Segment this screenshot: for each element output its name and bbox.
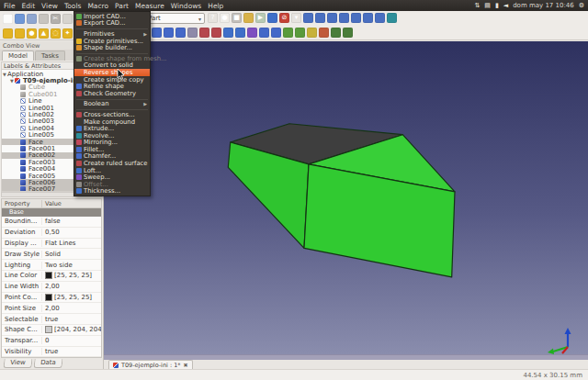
menubar-item-measure[interactable]: Measure [135, 2, 164, 10]
property-row-draw-style[interactable]: Draw Style Solid [2, 249, 101, 260]
part-menu-item [74, 97, 150, 101]
property-row-transpar[interactable]: Transpar... 0 [2, 336, 101, 347]
property-row-boundin[interactable]: Boundin... false [2, 217, 101, 228]
workbench-selector[interactable]: Part ▾ [144, 13, 205, 24]
menubar-item-file[interactable]: File [4, 2, 16, 10]
toolbar-boolean-section-icon[interactable] [199, 28, 209, 38]
property-row-display[interactable]: Display ... Flat Lines [2, 239, 101, 250]
close-icon[interactable]: ✖ [184, 362, 188, 368]
part-menu-item-boolean[interactable]: Boolean ▶ [74, 101, 150, 108]
panel-clock[interactable]: dom may 17 10:46 [513, 2, 574, 9]
property-column-header: Property [2, 200, 42, 207]
toolbar-measure-refresh-icon[interactable] [307, 28, 317, 38]
toolbar-cross-sections-icon[interactable] [211, 28, 221, 38]
3d-viewport[interactable] [104, 41, 588, 354]
part-menu-item [74, 27, 150, 30]
property-row-selectable[interactable]: Selectable true [2, 314, 101, 325]
toolbar-right-view-icon[interactable] [339, 13, 349, 23]
toolbar-boolean-cut-icon[interactable] [164, 28, 174, 38]
toolbar-measure-linear-toolbar-icon[interactable] [283, 28, 293, 38]
part-menu-item-check-geometry[interactable]: Check Geometry [74, 90, 150, 97]
toolbar-rear-view-icon[interactable] [351, 13, 361, 23]
toolbar-new-document-icon[interactable] [3, 14, 13, 24]
property-view-tabs: ViewData [0, 358, 103, 369]
menu-item-icon [76, 188, 82, 194]
menubar-item-windows[interactable]: Windows [171, 2, 201, 10]
property-row-point-co[interactable]: Point Co... [25, 25, 25] [2, 293, 101, 304]
toolbar-bottom-view-icon[interactable] [363, 13, 373, 23]
toolbar-chamfer-icon[interactable] [271, 28, 281, 38]
toolbar-open-document-icon[interactable] [15, 14, 25, 24]
toolbar-boolean-intersection-icon[interactable] [187, 28, 198, 38]
toolbar-stop-macro-icon[interactable]: ■ [232, 13, 242, 23]
indicator-battery-icon[interactable]: ▮ [495, 3, 499, 9]
toolbar-top-view-icon[interactable] [327, 13, 337, 23]
toolbar-torus-primitive-icon[interactable]: ◌ [51, 28, 61, 39]
toolbar-measure-angular-icon[interactable] [295, 28, 305, 38]
menubar-item-edit[interactable]: Edit [22, 2, 36, 10]
menubar-item-help[interactable]: Help [208, 2, 223, 10]
toolbar-revolve-icon[interactable] [235, 28, 245, 38]
toolbar-measure-linear-icon[interactable] [387, 13, 397, 23]
submenu-arrow-icon: ▶ [143, 31, 147, 37]
toolbar-draw-style-arrow-icon[interactable]: ▾ [291, 13, 301, 23]
toolbar-save-document-icon[interactable] [27, 14, 37, 24]
indicator-keyboard-layout-icon[interactable]: ▤ [484, 3, 491, 9]
property-row-point-size[interactable]: Point Size 2,00 [2, 303, 101, 314]
property-editor: Property Value Base Boundin... false [1, 198, 102, 358]
toolbar-record-macro-icon[interactable]: ● [220, 13, 230, 23]
property-row-lighting[interactable]: Lighting Two side [2, 260, 101, 271]
part-menu-item-export-cad[interactable]: Export CAD... [74, 20, 150, 28]
property-row-shape-c[interactable]: Shape C... [204, 204, 204] [2, 325, 101, 336]
menu-item-icon [76, 147, 82, 152]
toolbar-front-view-icon[interactable] [315, 13, 325, 23]
toolbar-extrude-icon[interactable] [223, 28, 233, 38]
menubar-item-tools[interactable]: Tools [64, 2, 81, 10]
toolbar-draw-style-icon[interactable]: ⊘ [279, 13, 289, 23]
toolbar-fillet-icon[interactable] [259, 28, 269, 38]
toolbar-cone-primitive-icon[interactable]: ▲ [39, 28, 49, 39]
tab-model[interactable]: Model [2, 50, 34, 61]
tab-view[interactable]: View [3, 359, 32, 368]
toolbar-play-macro-icon[interactable]: ▶ [255, 13, 266, 23]
toolbar-edit-macro-icon[interactable] [243, 13, 254, 23]
toolbar-sphere-primitive-icon[interactable]: ● [27, 28, 37, 39]
toolbar-boolean-icon[interactable] [152, 28, 162, 38]
document-tab[interactable]: T09-ejemplo-ini : 1* ✖ [108, 360, 193, 369]
menubar-item-part[interactable]: Part [115, 2, 129, 10]
toolbar-create-primitives-icon[interactable]: ✦ [62, 28, 73, 39]
toolbar-box-primitive-icon[interactable] [3, 28, 13, 39]
toolbar-measure-clear-icon[interactable] [319, 28, 329, 38]
part-menu-item-shape-builder[interactable]: Shape builder... [74, 44, 150, 51]
menubar-item-macro[interactable]: Macro [87, 2, 108, 10]
toolbar-measure-toggle-3d-icon[interactable] [343, 28, 353, 38]
toolbar-fit-all-icon[interactable] [267, 13, 277, 23]
toolbar-left-view-icon[interactable] [375, 13, 385, 23]
property-row-deviation[interactable]: Deviation 0,50 [2, 228, 101, 239]
menu-item-icon [76, 101, 82, 106]
menubar-item-view[interactable]: View [41, 2, 58, 10]
toolbar-cylinder-primitive-icon[interactable] [15, 28, 25, 39]
toolbar-copy-icon[interactable] [62, 14, 73, 24]
toolbar-cut-icon[interactable]: ✂ [51, 14, 61, 24]
toolbar-print-icon[interactable] [39, 14, 49, 24]
indicator-network-icon[interactable]: ⇅ [474, 3, 480, 9]
property-row-line-color[interactable]: Line Color [25, 25, 25] [2, 271, 101, 282]
tab-data[interactable]: Data [33, 359, 62, 368]
property-row-visibility[interactable]: Visibility true [2, 347, 101, 358]
session-gear-icon[interactable]: ⚙ [579, 3, 584, 9]
toolbar-boolean-union-icon[interactable] [175, 28, 186, 38]
toolbar-axonometric-view-icon[interactable] [303, 13, 313, 23]
shape-icon [20, 126, 26, 131]
toolbar-mirror-icon[interactable] [247, 28, 257, 38]
part-menu-item-thickness[interactable]: Thickness... [74, 188, 150, 196]
indicator-volume-icon[interactable]: ◄ [503, 3, 508, 9]
menu-item-icon [76, 70, 82, 75]
toolbar-measure-toggle-all-icon[interactable] [331, 28, 341, 38]
property-row-line-width[interactable]: Line Width 2,00 [2, 282, 101, 293]
shape-icon [20, 118, 26, 124]
tab-tasks[interactable]: Tasks [35, 50, 65, 61]
toolbar-whats-this-icon[interactable]: ? [208, 13, 218, 23]
color-swatch [45, 272, 52, 279]
menu-item-icon [76, 140, 82, 145]
